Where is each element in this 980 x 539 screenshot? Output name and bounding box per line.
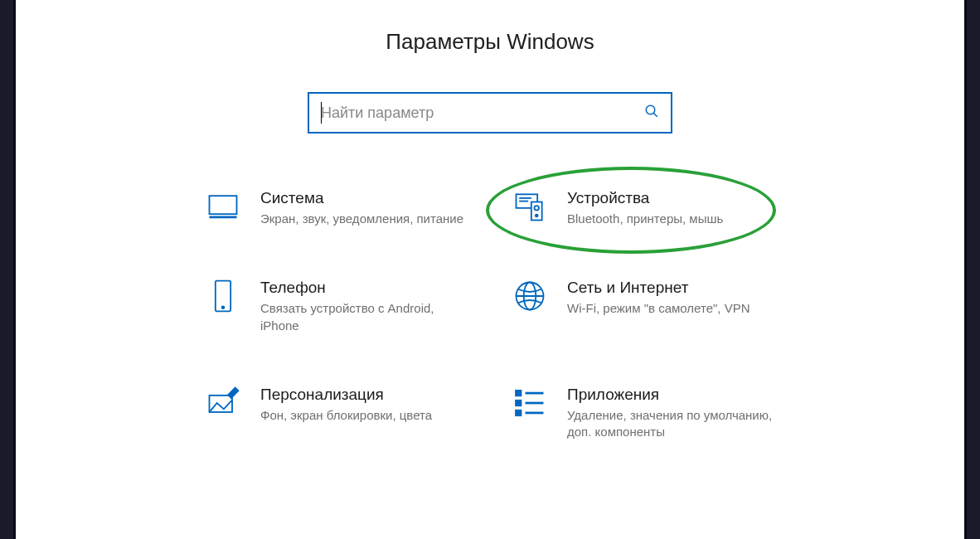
svg-point-0 [646, 105, 655, 114]
devices-icon [511, 187, 549, 226]
svg-point-11 [222, 307, 225, 309]
setting-text: Устройства Bluetooth, принтеры, мышь [567, 187, 776, 227]
setting-title: Система [260, 189, 469, 207]
settings-window: Параметры Windows Система Экран, звук, у… [13, 0, 967, 539]
svg-point-7 [536, 215, 538, 217]
setting-title: Телефон [260, 279, 469, 297]
apps-icon [511, 384, 549, 422]
setting-desc: Bluetooth, принтеры, мышь [567, 211, 776, 227]
setting-text: Сеть и Интернет Wi-Fi, режим "в самолете… [567, 277, 776, 317]
setting-text: Телефон Связать устройство с Android, iP… [260, 277, 469, 334]
setting-text: Персонализация Фон, экран блокировки, цв… [260, 384, 469, 424]
system-icon [204, 187, 242, 226]
search-container [16, 92, 964, 134]
setting-title: Сеть и Интернет [567, 279, 776, 297]
setting-title: Персонализация [260, 386, 469, 404]
settings-grid: Система Экран, звук, уведомления, питани… [204, 187, 776, 440]
setting-devices[interactable]: Устройства Bluetooth, принтеры, мышь [511, 187, 776, 227]
search-icon [644, 104, 659, 122]
svg-rect-18 [517, 401, 522, 405]
personalization-icon [204, 384, 242, 422]
svg-rect-16 [517, 391, 522, 396]
setting-desc: Удаление, значения по умолчанию, доп. ко… [567, 407, 776, 441]
setting-desc: Связать устройство с Android, iPhone [260, 300, 469, 334]
search-box[interactable] [308, 92, 672, 134]
setting-system[interactable]: Система Экран, звук, уведомления, питани… [204, 187, 469, 227]
setting-text: Система Экран, звук, уведомления, питани… [260, 187, 469, 227]
setting-desc: Фон, экран блокировки, цвета [260, 407, 469, 424]
setting-title: Устройства [567, 189, 776, 207]
setting-desc: Wi-Fi, режим "в самолете", VPN [567, 300, 776, 317]
setting-network[interactable]: Сеть и Интернет Wi-Fi, режим "в самолете… [511, 277, 776, 334]
network-icon [511, 277, 549, 315]
search-input[interactable] [321, 104, 644, 122]
text-cursor [321, 102, 322, 124]
svg-line-1 [653, 113, 657, 117]
setting-phone[interactable]: Телефон Связать устройство с Android, iP… [204, 277, 469, 334]
setting-apps[interactable]: Приложения Удаление, значения по умолчан… [511, 384, 776, 441]
setting-desc: Экран, звук, уведомления, питание [260, 211, 469, 227]
page-title: Параметры Windows [16, 29, 964, 55]
svg-rect-2 [210, 196, 237, 214]
phone-icon [204, 277, 242, 315]
setting-text: Приложения Удаление, значения по умолчан… [567, 384, 776, 441]
setting-personalization[interactable]: Персонализация Фон, экран блокировки, цв… [204, 384, 469, 441]
svg-rect-20 [517, 410, 522, 415]
setting-title: Приложения [567, 386, 776, 404]
